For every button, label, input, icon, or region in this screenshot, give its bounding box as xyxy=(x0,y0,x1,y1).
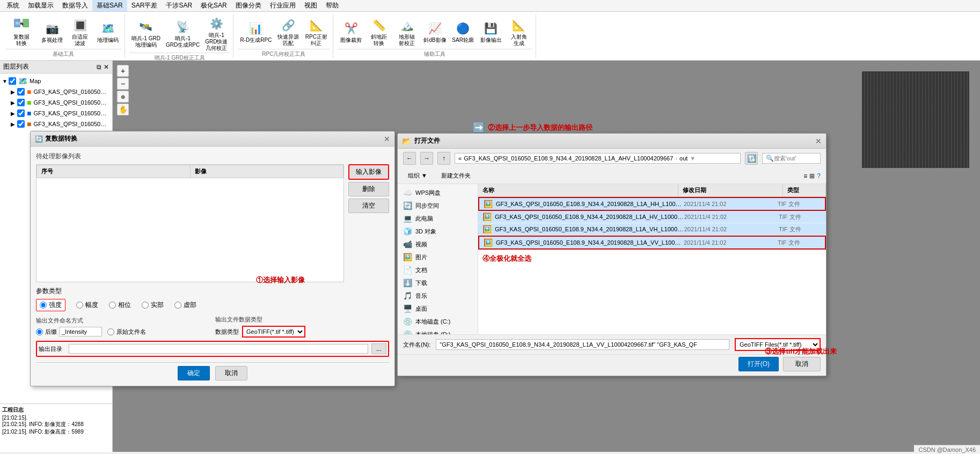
layer3-icon: ■ xyxy=(27,109,31,118)
map-navigation: + − ⊕ ✋ xyxy=(117,65,129,115)
rpc-ortho-label: RPC正射纠正 xyxy=(305,34,327,47)
rpc-ortho-icon: 📐 xyxy=(308,17,325,34)
ribbon-item-sar-contour[interactable]: 🔵 SAR轮廓 xyxy=(450,19,477,45)
ribbon-group-basic: RC 复数据转换 📷 多视处理 🔳 自适应滤波 🗺️ xyxy=(2,14,125,58)
s1-geocode-icon: 🛰️ xyxy=(137,18,155,35)
layer4-icon: ■ xyxy=(27,120,31,128)
image-output-icon: 💾 xyxy=(482,20,500,37)
ribbon-item-terrain-radio[interactable]: 🏔️ 地形辐射校正 xyxy=(393,16,420,48)
ribbon-item-s1-fast[interactable]: ⚙️ 哨兵-1GRD快速几何校正 xyxy=(203,14,230,53)
tree-toggle-map[interactable]: ▼ xyxy=(2,78,9,84)
ribbon-group-rpc: 📊 R-D生成RPC 🔗 快速异源匹配 📐 RPC正射纠正 RPC几何校正工具 xyxy=(235,14,333,58)
ribbon-item-geocode[interactable]: 🗺️ 地理编码 xyxy=(94,19,121,45)
ribbon-item-s1-geocode[interactable]: 🛰️ 哨兵-1 GRD地理编码 xyxy=(129,17,163,49)
geocode-label: 地理编码 xyxy=(97,37,119,43)
menu-load[interactable]: 加载显示 xyxy=(24,0,58,11)
map-area[interactable]: + − ⊕ ✋ xyxy=(113,61,980,452)
log-title: 工程日志 xyxy=(2,406,110,414)
tree-item-layer2[interactable]: ▶ ■ GF3_KAS_QPSI_016050_E10... xyxy=(11,97,110,108)
terrain-radio-label: 地形辐射校正 xyxy=(399,34,415,47)
sar-image-content xyxy=(862,71,969,168)
menu-basic-sar[interactable]: 基础SAR xyxy=(92,0,127,11)
tree-label-map: Map xyxy=(30,78,41,84)
ribbon-item-rpc-ortho[interactable]: 📐 RPC正射纠正 xyxy=(303,16,330,48)
layer2-icon: ■ xyxy=(27,98,31,107)
tree-toggle-l1[interactable]: ▶ xyxy=(11,89,17,95)
tree-toggle-l3[interactable]: ▶ xyxy=(11,111,17,116)
incidence-icon: 📐 xyxy=(510,17,528,34)
s1-rpc-label: 哨兵-1GRD生成RPC xyxy=(166,35,200,48)
fast-match-icon: 🔗 xyxy=(280,17,297,34)
ribbon: RC 复数据转换 📷 多视处理 🔳 自适应滤波 🗺️ xyxy=(0,12,980,61)
menu-industry[interactable]: 行业应用 xyxy=(266,0,300,11)
menu-sar-adjust[interactable]: SAR平差 xyxy=(127,0,162,11)
tree-item-layer3[interactable]: ▶ ■ GF3_KAS_QPSI_016050_E10... xyxy=(11,108,110,119)
menu-help[interactable]: 帮助 xyxy=(321,0,343,11)
ribbon-item-crop[interactable]: ✂️ 图像裁剪 xyxy=(338,19,364,45)
layer-panel-header: 图层列表 ⧉ ✕ xyxy=(0,61,112,74)
ribbon-group-aux: ✂️ 图像裁剪 📏 斜地距转换 🏔️ 地形辐射校正 📈 斜dB影像 🔵 xyxy=(334,14,536,58)
ribbon-item-complex-convert[interactable]: RC 复数据转换 xyxy=(5,16,38,48)
left-panel: 图层列表 ⧉ ✕ ▼ 🗺️ Map ▶ ■ GF3_KAS_QPSI_01605… xyxy=(0,61,113,452)
menu-insar[interactable]: 干涉SAR xyxy=(162,0,196,11)
tree-check-map[interactable] xyxy=(9,77,16,85)
tree-label-l2: GF3_KAS_QPSI_016050_E10... xyxy=(33,99,108,106)
ribbon-group-rpc-label: RPC几何校正工具 xyxy=(238,49,330,58)
filter-label: 自适应滤波 xyxy=(72,34,88,47)
layer1-icon: ■ xyxy=(27,87,31,96)
menu-system[interactable]: 系统 xyxy=(2,0,24,11)
tree-toggle-l2[interactable]: ▶ xyxy=(11,100,17,106)
nav-zoom-out[interactable]: − xyxy=(117,78,129,90)
crop-icon: ✂️ xyxy=(342,20,360,37)
ribbon-item-image-output[interactable]: 💾 影像输出 xyxy=(478,19,504,45)
ribbon-item-slant[interactable]: 📏 斜地距转换 xyxy=(365,16,392,48)
status-bar: CSDN @Damon_X46 xyxy=(914,445,980,454)
menu-data-import[interactable]: 数据导入 xyxy=(58,0,92,11)
map-icon: 🗺️ xyxy=(18,77,27,85)
ribbon-item-rd-rpc[interactable]: 📊 R-D生成RPC xyxy=(238,19,274,45)
s1-fast-label: 哨兵-1GRD快速几何校正 xyxy=(205,32,228,52)
tree-check-l4[interactable] xyxy=(17,120,25,128)
fast-match-label: 快速异源匹配 xyxy=(277,34,299,47)
sar-contour-icon: 🔵 xyxy=(455,20,472,37)
s1-fast-icon: ⚙️ xyxy=(208,15,225,32)
s1-rpc-icon: 📡 xyxy=(174,18,192,35)
tree-item-map[interactable]: ▼ 🗺️ Map xyxy=(2,76,110,86)
tree-label-l3: GF3_KAS_QPSI_016050_E10... xyxy=(33,110,108,116)
menu-polsar[interactable]: 极化SAR xyxy=(196,0,231,11)
ribbon-item-filter[interactable]: 🔳 自适应滤波 xyxy=(67,16,93,48)
menu-classify[interactable]: 图像分类 xyxy=(231,0,266,11)
tree-check-l1[interactable] xyxy=(17,88,25,96)
panel-float-icon[interactable]: ⧉ xyxy=(97,63,101,71)
tree-check-l3[interactable] xyxy=(17,109,25,117)
nav-pan[interactable]: ✋ xyxy=(117,104,129,115)
ribbon-item-multiview[interactable]: 📷 多视处理 xyxy=(39,19,65,45)
ribbon-item-incidence[interactable]: 📐 入射角生成 xyxy=(506,16,532,48)
ribbon-item-s1-rpc[interactable]: 📡 哨兵-1GRD生成RPC xyxy=(164,17,202,49)
incidence-label: 入射角生成 xyxy=(511,34,527,47)
tree-check-l2[interactable] xyxy=(17,99,25,106)
tree-item-layer4[interactable]: ▶ ■ GF3_KAS_QPSI_016050_E10... xyxy=(11,119,110,129)
rd-rpc-label: R-D生成RPC xyxy=(240,37,272,43)
nav-zoom-extent[interactable]: ⊕ xyxy=(117,91,129,102)
log-entry-1: [21:02:15]. INFO: 影像宽度：4288 xyxy=(2,421,110,428)
multiview-label: 多视处理 xyxy=(41,37,63,43)
sar-contour-label: SAR轮廓 xyxy=(452,37,474,43)
tree-item-layer1[interactable]: ▶ ■ GF3_KAS_QPSI_016050_E10... xyxy=(11,86,110,97)
tree-label-l4: GF3_KAS_QPSI_016050_E10... xyxy=(33,121,108,127)
ribbon-item-db[interactable]: 📈 斜dB影像 xyxy=(421,19,448,45)
svg-rect-1 xyxy=(23,19,29,27)
ribbon-group-aux-label: 辅助工具 xyxy=(338,49,532,58)
db-icon: 📈 xyxy=(426,20,443,37)
ribbon-item-fast-match[interactable]: 🔗 快速异源匹配 xyxy=(275,16,302,48)
tree-toggle-l4[interactable]: ▶ xyxy=(11,121,17,127)
filter-icon: 🔳 xyxy=(71,17,89,34)
panel-close-icon[interactable]: ✕ xyxy=(104,63,109,71)
complex-convert-label: 复数据转换 xyxy=(13,34,30,47)
tree-label-l1: GF3_KAS_QPSI_016050_E10... xyxy=(33,89,108,95)
sar-image-preview xyxy=(862,71,969,168)
menu-view[interactable]: 视图 xyxy=(300,0,321,11)
svg-text:RC: RC xyxy=(16,21,22,26)
db-label: 斜dB影像 xyxy=(423,37,446,43)
nav-zoom-in[interactable]: + xyxy=(117,65,129,77)
